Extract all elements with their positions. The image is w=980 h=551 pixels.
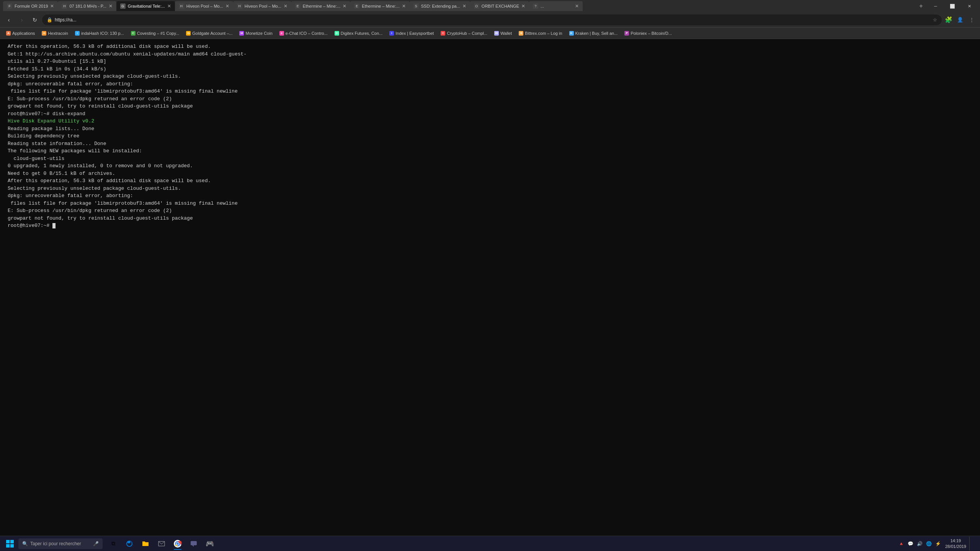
minimize-button[interactable]: ─ [928,1,943,11]
tab-label-6: Ethermine – Mine:... [303,4,340,8]
taskbar-app-taskview[interactable]: ⧉ [106,537,121,551]
bookmark-11[interactable]: BBittrex.com – Log in [516,29,565,37]
new-tab-button[interactable]: + [916,1,926,11]
tab-close-10[interactable]: ✕ [575,3,579,9]
search-placeholder: Taper ici pour rechercher [30,541,81,546]
tab-favicon-4: H [179,3,184,9]
tab-close-2[interactable]: ✕ [109,3,113,9]
tab-close-7[interactable]: ✕ [402,3,406,9]
tab-favicon-7: E [354,3,359,9]
network-icon[interactable]: 🔺 [898,540,905,548]
bookmark-2[interactable]: iindaHash ICO: 130 p... [72,29,127,37]
maximize-button[interactable]: ⬜ [945,1,960,11]
taskbar: 🔍 Taper ici pour rechercher 🎤 ⧉ [0,536,980,551]
search-box[interactable]: 🔍 Taper ici pour rechercher 🎤 [18,538,103,549]
bookmark-label-4: Goldgate Account –... [192,31,232,36]
bookmark-label-13: Poloniex – Bitcoin/D... [630,31,672,36]
tab-favicon-3: G [120,3,126,9]
tab-2[interactable]: H07 181.0 MH/s - P...✕ [58,1,116,11]
tab-label-8: SSD: Extending pa... [421,4,460,8]
taskbar-app-edge[interactable] [122,537,137,551]
taskbar-right: 🔺 💬 🔊 🌐 ⚡ 14:19 28/01/2019 [898,537,977,551]
taskbar-app-chrome[interactable] [170,537,185,551]
tab-6[interactable]: EEthermine – Mine:...✕ [291,1,350,11]
tab-close-3[interactable]: ✕ [167,3,171,9]
tab-9[interactable]: OORBIT EXCHANGE✕ [470,1,529,11]
taskbar-app-fileexplorer[interactable] [138,537,153,551]
clock[interactable]: 14:19 28/01/2019 [945,538,966,549]
bookmark-6[interactable]: ee-Chat ICO – Contro... [276,29,331,37]
bookmark-4[interactable]: GGoldgate Account –... [183,29,235,37]
extensions-icon[interactable]: 🧩 [943,15,954,25]
tab-close-6[interactable]: ✕ [343,3,346,9]
menu-icon[interactable]: ⋮ [966,15,977,25]
svg-rect-3 [191,541,197,545]
volume-icon[interactable]: 🔊 [916,540,924,548]
tab-close-5[interactable]: ✕ [284,3,287,9]
terminal: After this operation, 56.3 kB of additio… [0,39,980,536]
bookmarks-bar: AApplicationsHHextracoiniindaHash ICO: 1… [0,28,980,39]
tab-favicon-5: H [237,3,242,9]
show-desktop-button[interactable] [969,537,977,551]
lock-icon: 🔒 [47,17,52,23]
tab-label-9: ORBIT EXCHANGE [482,4,519,8]
bookmark-9[interactable]: CCryptoHub – Compl... [438,29,490,37]
microphone-icon[interactable]: 🎤 [93,541,99,546]
star-icon[interactable]: ☆ [933,17,937,23]
tab-8[interactable]: SSSD: Extending pa...✕ [410,1,470,11]
tab-close-4[interactable]: ✕ [225,3,229,9]
battery-icon[interactable]: ⚡ [934,540,942,548]
bookmark-12[interactable]: KKraken | Buy, Sell an... [566,29,621,37]
tab-3[interactable]: GGravitational Tele:...✕ [116,1,175,11]
bookmark-icon-2: i [75,31,80,36]
bookmark-label-7: Digitex Futures, Con... [341,31,382,36]
tab-7[interactable]: EEthermine – Mine:...✕ [350,1,409,11]
tab-5[interactable]: HHiveon Pool – Mo...✕ [233,1,291,11]
tab-1[interactable]: FFormule OR 2019✕ [3,1,58,11]
search-icon: 🔍 [22,541,28,546]
tab-close-8[interactable]: ✕ [462,3,466,9]
tab-10[interactable]: ?...✕ [529,1,583,11]
bookmark-10[interactable]: WWallet [491,29,515,37]
bookmark-5[interactable]: MMonetize Coin [236,29,275,37]
bookmark-1[interactable]: HHextracoin [39,29,71,37]
bookmark-0[interactable]: AApplications [3,29,38,37]
bookmark-label-1: Hextracoin [48,31,68,36]
taskbar-app-messaging[interactable] [186,537,201,551]
systray: 🔺 💬 🔊 🌐 ⚡ [898,540,942,548]
bookmark-icon-7: D [335,31,339,36]
bookmark-3[interactable]: CCovesting – #1 Copy... [128,29,182,37]
bookmark-icon-11: B [519,31,523,36]
refresh-button[interactable]: ↻ [29,14,41,26]
forward-button[interactable]: › [16,14,28,26]
network-status-icon[interactable]: 🌐 [925,540,933,548]
bookmark-label-3: Covesting – #1 Copy... [137,31,179,36]
taskbar-app-game[interactable]: 🎮 [202,537,217,551]
date-display: 28/01/2019 [945,544,966,549]
bookmark-8[interactable]: IIndex | Easysportbet [386,29,437,37]
tab-close-9[interactable]: ✕ [521,3,525,9]
tab-4[interactable]: HHiveon Pool – Mo...✕ [175,1,233,11]
bookmark-label-11: Bittrex.com – Log in [525,31,562,36]
tab-label-10: ... [541,4,573,8]
action-center-icon[interactable]: 💬 [907,540,915,548]
close-button[interactable]: ✕ [962,1,977,11]
tab-favicon-6: E [295,3,301,9]
address-bar[interactable]: 🔒 https://ra... ☆ [42,15,942,25]
bookmark-icon-10: W [494,31,499,36]
bookmark-label-0: Applications [12,31,35,36]
bookmark-7[interactable]: DDigitex Futures, Con... [332,29,385,37]
start-button[interactable] [3,537,17,551]
nav-bar: ‹ › ↻ 🔒 https://ra... ☆ 🧩 👤 ⋮ [0,12,980,28]
back-button[interactable]: ‹ [3,14,15,26]
bookmark-icon-12: K [569,31,574,36]
tab-favicon-8: S [413,3,419,9]
taskbar-app-mail[interactable] [154,537,169,551]
tab-close-1[interactable]: ✕ [50,3,54,9]
profile-icon[interactable]: 👤 [955,15,965,25]
bookmark-label-10: Wallet [500,31,512,36]
bookmark-13[interactable]: PPoloniex – Bitcoin/D... [621,29,675,37]
tab-favicon-10: ? [533,3,538,9]
svg-point-2 [176,543,179,545]
tabs-container: FFormule OR 2019✕H07 181.0 MH/s - P...✕G… [3,1,914,11]
